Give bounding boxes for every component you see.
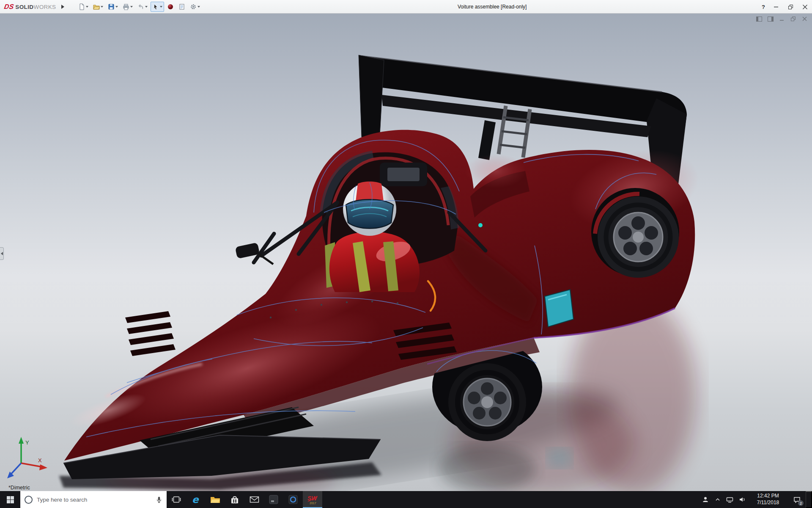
file-properties-button[interactable] <box>177 2 187 12</box>
doc-minimize-button[interactable] <box>778 16 786 22</box>
triad-y-label: Y <box>25 439 29 446</box>
solidworks-taskbar-button[interactable]: SW 2017 <box>303 491 322 508</box>
cortana-ring-icon <box>25 496 33 504</box>
clock-time: 12:42 PM <box>757 493 779 500</box>
taskbar-search[interactable] <box>20 491 167 508</box>
store-button[interactable] <box>225 491 244 508</box>
minimize-button[interactable] <box>769 0 783 14</box>
open-folder-icon <box>93 3 100 10</box>
graphics-area[interactable]: Y X <box>0 14 812 491</box>
minimize-icon <box>774 5 779 9</box>
task-view-button[interactable] <box>167 491 186 508</box>
svg-text:SW: SW <box>307 495 318 502</box>
media-app-icon <box>288 495 298 504</box>
close-icon <box>802 17 807 22</box>
select-cursor-icon <box>152 3 159 10</box>
open-button[interactable] <box>91 2 105 12</box>
action-center-button[interactable]: 2 <box>788 491 806 508</box>
print-icon <box>123 3 129 10</box>
window-controls: ? <box>758 0 812 14</box>
dropdown-caret-icon <box>130 6 133 8</box>
titlebar: DS SOLIDWORKS <box>0 0 812 14</box>
dropdown-caret-icon <box>145 6 148 8</box>
3d-model-canvas[interactable]: Y X <box>0 14 812 491</box>
solidworks-app-icon: SW 2017 <box>307 494 318 505</box>
media-app-button[interactable] <box>283 491 303 508</box>
task-view-icon <box>172 495 181 504</box>
quick-access-toolbar <box>77 2 202 12</box>
save-button[interactable] <box>106 2 120 12</box>
network-button[interactable] <box>724 491 736 508</box>
search-input[interactable] <box>36 496 152 503</box>
restore-button[interactable] <box>783 0 798 14</box>
undo-button[interactable] <box>136 2 149 12</box>
triangle-right-icon <box>61 5 64 9</box>
store-icon <box>230 495 239 504</box>
notification-badge: 2 <box>798 500 804 506</box>
options-button[interactable] <box>188 2 202 12</box>
triad-x-label: X <box>38 457 42 464</box>
file-properties-icon <box>178 3 185 10</box>
pane-left-icon <box>756 17 762 22</box>
restore-icon <box>791 17 796 22</box>
dropdown-caret-icon <box>115 6 118 8</box>
file-explorer-icon <box>210 495 220 504</box>
dropdown-caret-icon <box>101 6 103 8</box>
network-icon <box>726 497 733 503</box>
triangle-left-icon <box>1 252 3 255</box>
orientation-triad[interactable]: Y X <box>7 437 47 478</box>
svg-text:2017: 2017 <box>310 502 316 505</box>
pane-right-button[interactable] <box>767 16 774 22</box>
mail-icon <box>250 496 259 503</box>
undo-icon <box>137 3 144 10</box>
hidden-icons-button[interactable] <box>711 491 724 508</box>
doc-restore-button[interactable] <box>790 16 797 22</box>
edge-icon: e <box>191 494 201 505</box>
menu-expand-arrow[interactable] <box>59 2 67 12</box>
appearance-sphere-icon <box>167 3 174 10</box>
view-orientation-label: *Dimetric <box>8 485 30 491</box>
close-button[interactable] <box>798 0 812 14</box>
windows-taskbar: e SW 2017 <box>0 491 812 508</box>
save-icon <box>108 3 115 10</box>
pane-left-button[interactable] <box>755 16 763 22</box>
document-title: Voiture assemblee [Read-only] <box>458 0 527 14</box>
edge-browser-button[interactable]: e <box>186 491 206 508</box>
dark-app-icon <box>269 495 278 504</box>
start-button[interactable] <box>0 491 20 508</box>
show-desktop-button[interactable] <box>806 491 812 508</box>
solidworks-logo: DS SOLIDWORKS <box>0 3 59 11</box>
mail-button[interactable] <box>244 491 264 508</box>
help-button[interactable]: ? <box>758 0 769 14</box>
file-explorer-button[interactable] <box>206 491 225 508</box>
volume-button[interactable] <box>736 491 748 508</box>
select-tool-button[interactable] <box>151 2 164 12</box>
appearance-button[interactable] <box>165 2 176 12</box>
taskbar-clock[interactable]: 12:42 PM 7/11/2018 <box>748 491 788 508</box>
new-document-button[interactable] <box>77 2 90 12</box>
people-button[interactable] <box>699 491 711 508</box>
dropdown-caret-icon <box>86 6 88 8</box>
solidworks-window: DS SOLIDWORKS <box>0 0 812 508</box>
people-icon <box>702 496 709 503</box>
svg-text:e: e <box>192 494 199 505</box>
minimize-icon <box>779 17 785 22</box>
brand-solid: SOLID <box>15 4 33 10</box>
dark-app-button[interactable] <box>264 491 283 508</box>
microphone-icon[interactable] <box>156 496 162 503</box>
dropdown-caret-icon <box>198 6 200 8</box>
start-icon <box>7 496 14 503</box>
document-window-controls <box>755 16 809 22</box>
featuremanager-collapsed-tab[interactable] <box>0 247 4 260</box>
close-icon <box>803 5 807 9</box>
brand-works: WORKS <box>34 4 56 10</box>
fender-louvers-left <box>125 311 176 356</box>
print-button[interactable] <box>121 2 134 12</box>
clock-date: 7/11/2018 <box>757 500 779 506</box>
volume-icon <box>739 496 746 503</box>
dropdown-caret-icon <box>160 6 162 8</box>
restore-icon <box>788 5 793 9</box>
doc-close-button[interactable] <box>801 16 809 22</box>
ds-logo-mark: DS <box>3 3 14 11</box>
new-document-icon <box>78 3 85 10</box>
